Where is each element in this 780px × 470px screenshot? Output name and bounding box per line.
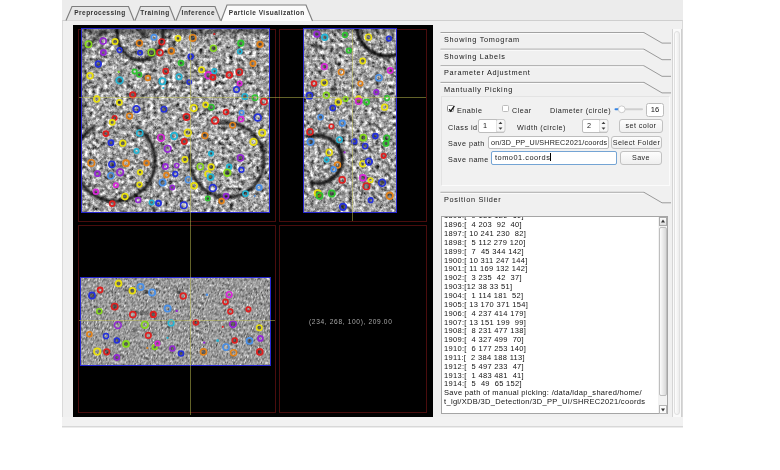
svg-text:Position Slider: Position Slider bbox=[444, 195, 501, 204]
svg-text:Particle Visualization: Particle Visualization bbox=[229, 9, 305, 16]
svg-text:Training: Training bbox=[140, 9, 169, 17]
svg-text:Inference: Inference bbox=[182, 9, 215, 16]
svg-text:Showing Tomogram: Showing Tomogram bbox=[444, 35, 520, 44]
svg-text:Parameter Adjustment: Parameter Adjustment bbox=[444, 68, 531, 77]
svg-text:Showing Labels: Showing Labels bbox=[444, 52, 506, 61]
svg-text:Preprocessing: Preprocessing bbox=[74, 9, 126, 17]
svg-text:Mantually Picking: Mantually Picking bbox=[444, 85, 513, 94]
